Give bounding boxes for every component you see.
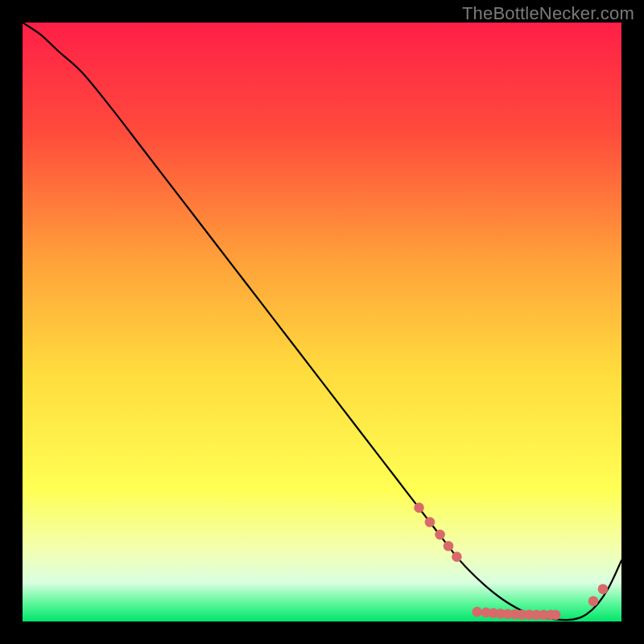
highlight-dot: [472, 607, 482, 617]
highlight-dot: [551, 610, 561, 621]
bottleneck-chart: [23, 23, 621, 621]
highlight-dot: [444, 541, 454, 551]
highlight-dot: [414, 502, 424, 513]
highlight-dot: [435, 530, 445, 540]
chart-frame: TheBottleNecker.com: [0, 0, 644, 644]
highlight-dot: [425, 517, 436, 527]
gradient-background: [23, 23, 621, 621]
highlight-dot: [588, 596, 599, 606]
plot-area: [23, 23, 621, 621]
watermark-text: TheBottleNecker.com: [462, 3, 634, 24]
highlight-dot: [598, 584, 609, 595]
highlight-dot: [452, 551, 462, 562]
